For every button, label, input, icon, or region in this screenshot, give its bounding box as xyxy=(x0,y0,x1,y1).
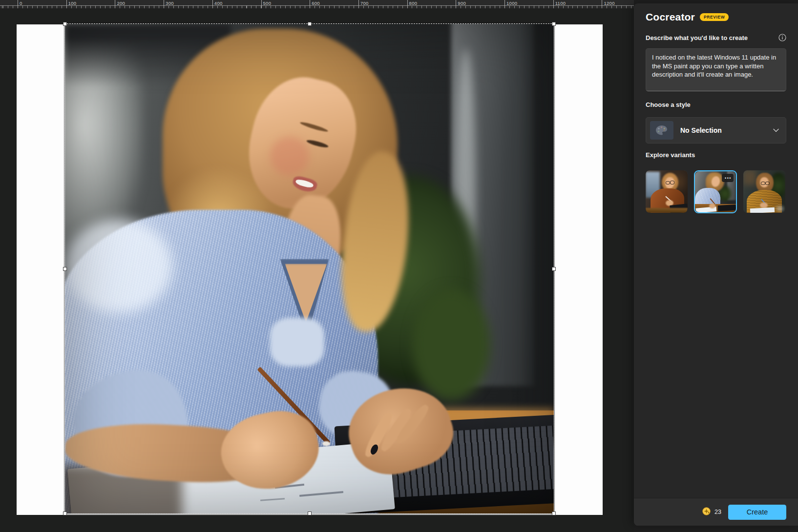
style-selected-value: No Selection xyxy=(680,126,766,134)
selection-handle-middle-left[interactable] xyxy=(63,267,67,271)
ruler-label: 400 xyxy=(214,0,223,6)
ruler-label: 1000 xyxy=(506,0,517,6)
ruler-label: 200 xyxy=(117,0,125,6)
create-button[interactable]: Create xyxy=(728,505,786,520)
cocreator-panel-body: Cocreator PREVIEW Describe what you'd li… xyxy=(634,3,798,498)
panel-header: Cocreator PREVIEW xyxy=(646,11,786,23)
selection-handle-bottom-middle[interactable] xyxy=(308,512,312,515)
art-layer-cgl2 xyxy=(765,182,770,185)
ruler-label: 600 xyxy=(312,0,320,6)
ruler-tick xyxy=(310,0,310,8)
ruler-label: 300 xyxy=(166,0,174,6)
ruler-label: 100 xyxy=(68,0,77,6)
canvas-viewport[interactable] xyxy=(0,8,634,532)
ruler-tick xyxy=(553,0,554,8)
ruler-tick xyxy=(164,0,164,8)
art-layer-c10 xyxy=(750,207,775,213)
ruler: 0100200300400500600700800900100011001200 xyxy=(0,0,634,8)
selection-handle-bottom-left[interactable] xyxy=(63,512,67,515)
credits-coin-icon xyxy=(702,507,711,517)
info-icon[interactable] xyxy=(778,34,786,41)
credits-count: 23 xyxy=(714,509,721,515)
ruler-tick xyxy=(261,0,262,8)
selection-region[interactable] xyxy=(64,23,554,514)
preview-badge: PREVIEW xyxy=(700,13,729,21)
cocreator-panel: Cocreator PREVIEW Describe what you'd li… xyxy=(634,3,798,526)
ruler-tick xyxy=(504,0,505,8)
ruler-tick xyxy=(456,0,456,8)
art-layer-cgl1 xyxy=(761,182,765,185)
art-layer-a11 xyxy=(646,208,688,213)
variants-label: Explore variants xyxy=(646,151,786,159)
selection-handle-top-middle[interactable] xyxy=(308,22,312,26)
art-layer-b9 xyxy=(718,205,736,211)
variant-1-image xyxy=(646,170,688,213)
panel-footer: 23 Create xyxy=(634,498,798,526)
selection-handle-top-right[interactable] xyxy=(552,22,556,26)
variant-thumbnail-1[interactable] xyxy=(646,170,688,213)
more-options-button[interactable]: ••• xyxy=(722,174,734,182)
variant-3-image xyxy=(743,170,785,213)
generated-image xyxy=(65,24,554,513)
ruler-tick xyxy=(602,0,602,8)
ruler-tick xyxy=(66,0,67,8)
selection-handle-bottom-right[interactable] xyxy=(552,512,556,515)
variants-row: ••• xyxy=(646,170,786,213)
style-palette-icon xyxy=(650,121,673,140)
ruler-label: 1200 xyxy=(604,0,614,6)
art-layer-ph-vig xyxy=(65,24,554,513)
variant-thumbnail-2-selected[interactable]: ••• xyxy=(694,170,737,213)
selection-handle-middle-right[interactable] xyxy=(552,267,556,271)
ruler-label: 1100 xyxy=(555,0,566,6)
style-dropdown[interactable]: No Selection xyxy=(646,117,786,143)
paint-app-window: 0100200300400500600700800900100011001200 xyxy=(0,0,798,532)
art-layer-c11 xyxy=(776,206,783,211)
ruler-label: 500 xyxy=(263,0,272,6)
ruler-tick xyxy=(115,0,115,8)
ruler-tick xyxy=(212,0,213,8)
ruler-label: 800 xyxy=(409,0,418,6)
ruler-tick xyxy=(18,0,18,8)
ruler-label: 700 xyxy=(360,0,369,6)
prompt-input[interactable]: I noticed on the latest Windows 11 updat… xyxy=(646,48,786,91)
ruler-tick xyxy=(358,0,359,8)
chevron-down-icon xyxy=(773,128,779,132)
art-layer-agl1 xyxy=(666,181,670,184)
art-layer-agl2 xyxy=(670,181,674,184)
ruler-label: 0 xyxy=(20,0,22,6)
more-options-icon: ••• xyxy=(725,176,732,181)
selection-handle-top-left[interactable] xyxy=(63,22,67,26)
describe-label-row: Describe what you'd like to create xyxy=(646,34,786,41)
art-layer-c3 xyxy=(743,170,756,185)
describe-label: Describe what you'd like to create xyxy=(646,34,748,41)
style-label: Choose a style xyxy=(646,101,786,108)
panel-title: Cocreator xyxy=(646,11,695,23)
variant-thumbnail-3[interactable] xyxy=(743,170,785,213)
ruler-tick xyxy=(407,0,408,8)
ruler-label: 900 xyxy=(458,0,466,6)
